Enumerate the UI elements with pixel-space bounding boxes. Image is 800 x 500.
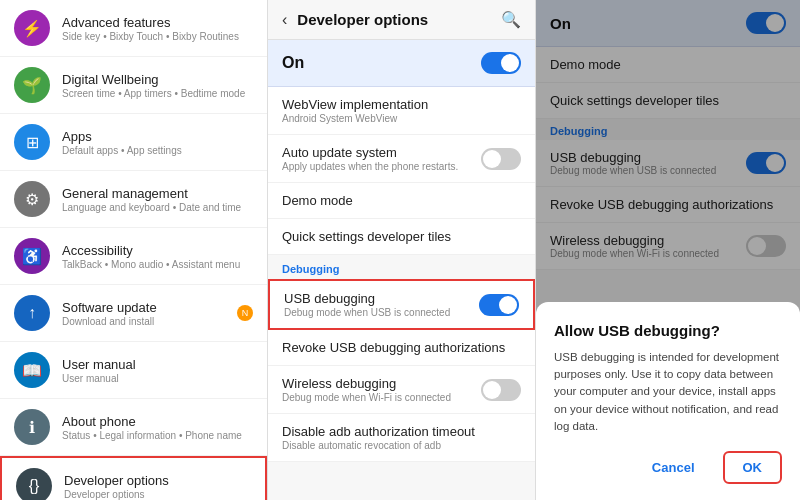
sidebar-item-digital-wellbeing[interactable]: 🌱Digital WellbeingScreen time • App time… [0,57,267,114]
apps-subtitle: Default apps • App settings [62,145,182,156]
advanced-features-subtitle: Side key • Bixby Touch • Bixby Routines [62,31,239,42]
sidebar-item-software-update[interactable]: ↑Software updateDownload and installN [0,285,267,342]
back-arrow-icon[interactable]: ‹ [282,11,287,29]
debugging-section-label: Debugging [268,255,535,279]
webview-label: WebView implementation [282,97,428,112]
dialog-buttons: Cancel OK [554,451,782,484]
sidebar-item-apps[interactable]: ⊞AppsDefault apps • App settings [0,114,267,171]
demo-mode-label: Demo mode [282,193,353,208]
sidebar-item-general-management[interactable]: ⚙General managementLanguage and keyboard… [0,171,267,228]
toggle-knob [501,54,519,72]
about-phone-title: About phone [62,414,242,429]
general-management-title: General management [62,186,241,201]
dialog-body: USB debugging is intended for developmen… [554,349,782,435]
quick-settings-row[interactable]: Quick settings developer tiles [268,219,535,255]
demo-mode-row[interactable]: Demo mode [268,183,535,219]
sidebar-item-user-manual[interactable]: 📖User manualUser manual [0,342,267,399]
toggle-knob [483,381,501,399]
software-update-subtitle: Download and install [62,316,157,327]
search-icon[interactable]: 🔍 [501,10,521,29]
developer-options-panel: ‹ Developer options 🔍 On WebView impleme… [268,0,536,500]
dialog-overlay: Allow USB debugging? USB debugging is in… [536,0,800,500]
settings-menu-panel: ⚡Advanced featuresSide key • Bixby Touch… [0,0,268,500]
digital-wellbeing-icon: 🌱 [14,67,50,103]
wireless-label: Wireless debugging [282,376,451,391]
usb-debug-toggle[interactable] [479,294,519,316]
accessibility-icon: ♿ [14,238,50,274]
cancel-button[interactable]: Cancel [634,451,713,484]
apps-icon: ⊞ [14,124,50,160]
developer-options-subtitle: Developer options [64,489,169,500]
dialog-title: Allow USB debugging? [554,322,782,339]
developer-options-title: Developer options [64,473,169,488]
on-toggle-row[interactable]: On [268,40,535,87]
webview-sub: Android System WebView [282,113,428,124]
usb-debug-row[interactable]: USB debugging Debug mode when USB is con… [268,279,535,330]
toggle-knob [499,296,517,314]
sidebar-item-advanced-features[interactable]: ⚡Advanced featuresSide key • Bixby Touch… [0,0,267,57]
right-panel: On Demo mode Quick settings developer ti… [536,0,800,500]
auto-update-label: Auto update system [282,145,458,160]
about-phone-icon: ℹ [14,409,50,445]
software-update-title: Software update [62,300,157,315]
allow-usb-dialog: Allow USB debugging? USB debugging is in… [536,302,800,500]
general-management-subtitle: Language and keyboard • Date and time [62,202,241,213]
developer-options-icon: {} [16,468,52,500]
auto-update-row[interactable]: Auto update system Apply updates when th… [268,135,535,183]
panel2-title: Developer options [297,11,501,28]
accessibility-subtitle: TalkBack • Mono audio • Assistant menu [62,259,240,270]
disable-adb-label: Disable adb authorization timeout [282,424,475,439]
toggle-knob [483,150,501,168]
about-phone-subtitle: Status • Legal information • Phone name [62,430,242,441]
general-management-icon: ⚙ [14,181,50,217]
panel2-header: ‹ Developer options 🔍 [268,0,535,40]
user-manual-icon: 📖 [14,352,50,388]
sidebar-item-developer-options[interactable]: {}Developer optionsDeveloper options [0,456,267,500]
wireless-toggle[interactable] [481,379,521,401]
software-update-badge: N [237,305,253,321]
sidebar-item-about-phone[interactable]: ℹAbout phoneStatus • Legal information •… [0,399,267,456]
wireless-sub: Debug mode when Wi-Fi is connected [282,392,451,403]
ok-button[interactable]: OK [723,451,783,484]
usb-debug-label: USB debugging [284,291,450,306]
disable-adb-row[interactable]: Disable adb authorization timeout Disabl… [268,414,535,462]
wireless-row[interactable]: Wireless debugging Debug mode when Wi-Fi… [268,366,535,414]
webview-row[interactable]: WebView implementation Android System We… [268,87,535,135]
advanced-features-title: Advanced features [62,15,239,30]
auto-update-sub: Apply updates when the phone restarts. [282,161,458,172]
revoke-row[interactable]: Revoke USB debugging authorizations [268,330,535,366]
on-toggle[interactable] [481,52,521,74]
on-label: On [282,54,304,72]
quick-settings-label: Quick settings developer tiles [282,229,451,244]
revoke-label: Revoke USB debugging authorizations [282,340,505,355]
accessibility-title: Accessibility [62,243,240,258]
usb-debug-sub: Debug mode when USB is connected [284,307,450,318]
digital-wellbeing-subtitle: Screen time • App timers • Bedtime mode [62,88,245,99]
auto-update-toggle[interactable] [481,148,521,170]
disable-adb-sub: Disable automatic revocation of adb [282,440,475,451]
software-update-icon: ↑ [14,295,50,331]
digital-wellbeing-title: Digital Wellbeing [62,72,245,87]
apps-title: Apps [62,129,182,144]
user-manual-title: User manual [62,357,136,372]
advanced-features-icon: ⚡ [14,10,50,46]
sidebar-item-accessibility[interactable]: ♿AccessibilityTalkBack • Mono audio • As… [0,228,267,285]
user-manual-subtitle: User manual [62,373,136,384]
